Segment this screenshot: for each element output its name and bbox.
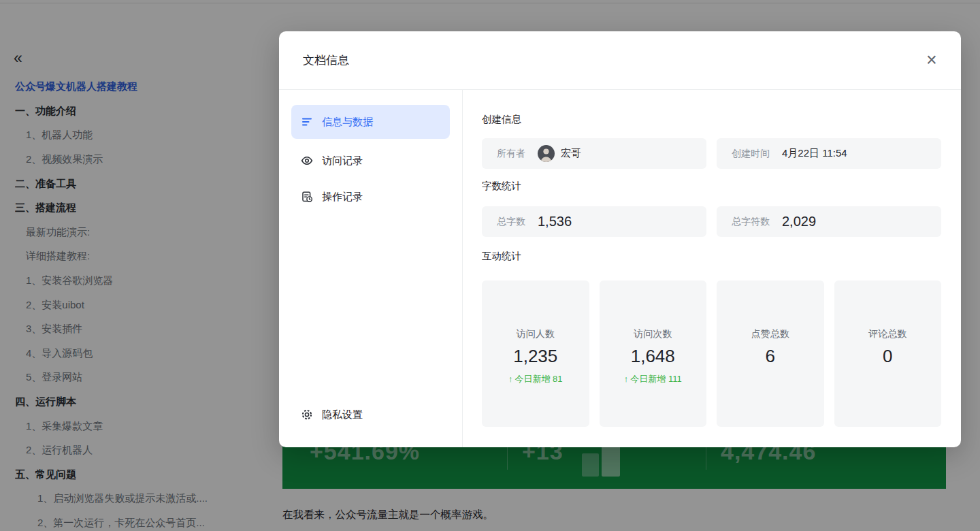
created-time-label: 创建时间 (732, 148, 770, 160)
doc-history-icon (301, 191, 313, 203)
doc-info-modal: 文档信息 × 信息与数据 访问记录 (279, 31, 961, 447)
section-heading-word-stats: 字数统计 (482, 179, 941, 193)
nav-item-label: 操作记录 (322, 191, 363, 204)
stat-card-label: 访问人数 (517, 328, 555, 340)
close-icon[interactable]: × (920, 49, 943, 72)
modal-title: 文档信息 (303, 52, 349, 68)
nav-item-visit-history[interactable]: 访问记录 (291, 145, 450, 176)
stat-card-visits: 访问次数 1,648 ↑ 今日新增 111 (600, 280, 707, 427)
stat-card-comments: 评论总数 0 (834, 280, 942, 427)
nav-item-label: 隐私设置 (322, 408, 363, 421)
modal-content: 创建信息 所有者 宏哥 创建时间 (463, 90, 961, 447)
eye-icon (301, 155, 313, 167)
section-heading-interaction: 互动统计 (482, 249, 941, 263)
gear-icon (301, 408, 313, 421)
stat-card-visitors: 访问人数 1,235 ↑ 今日新增 81 (482, 280, 589, 427)
up-arrow-icon: ↑ (624, 374, 629, 384)
stat-card-value: 0 (883, 347, 892, 367)
stat-card-value: 1,235 (513, 347, 557, 367)
total-words-value: 1,536 (538, 214, 572, 229)
total-words-row: 总字数 1,536 (482, 206, 706, 237)
nav-item-label: 访问记录 (322, 155, 363, 167)
modal-header: 文档信息 × (279, 31, 961, 90)
stat-card-label: 评论总数 (868, 328, 906, 340)
owner-label: 所有者 (497, 148, 525, 160)
modal-nav: 信息与数据 访问记录 (279, 90, 463, 447)
nav-item-privacy-settings[interactable]: 隐私设置 (291, 401, 450, 428)
modal-body: 信息与数据 访问记录 (279, 90, 961, 447)
created-time-value: 4月22日 11:54 (782, 147, 847, 160)
total-chars-label: 总字符数 (732, 216, 770, 228)
total-words-label: 总字数 (497, 216, 525, 228)
avatar (538, 145, 555, 162)
stat-card-value: 1,648 (631, 347, 675, 367)
nav-item-operation-history[interactable]: 操作记录 (291, 181, 450, 212)
section-heading-creation: 创建信息 (482, 112, 941, 126)
stat-card-delta: ↑ 今日新增 81 (508, 373, 563, 385)
owner-row: 所有者 宏哥 (482, 138, 706, 169)
nav-item-info-data[interactable]: 信息与数据 (291, 105, 450, 139)
stat-card-delta: ↑ 今日新增 111 (624, 373, 682, 385)
stat-card-label: 访问次数 (634, 328, 672, 340)
stat-card-label: 点赞总数 (751, 328, 789, 340)
owner-name: 宏哥 (561, 147, 581, 160)
nav-item-label: 信息与数据 (322, 116, 373, 129)
up-arrow-icon: ↑ (508, 374, 513, 384)
data-lines-icon (301, 116, 313, 128)
total-chars-value: 2,029 (782, 214, 816, 229)
stat-card-value: 6 (766, 347, 775, 367)
stat-card-likes: 点赞总数 6 (717, 280, 824, 427)
created-time-row: 创建时间 4月22日 11:54 (717, 138, 941, 169)
total-chars-row: 总字符数 2,029 (717, 206, 941, 237)
